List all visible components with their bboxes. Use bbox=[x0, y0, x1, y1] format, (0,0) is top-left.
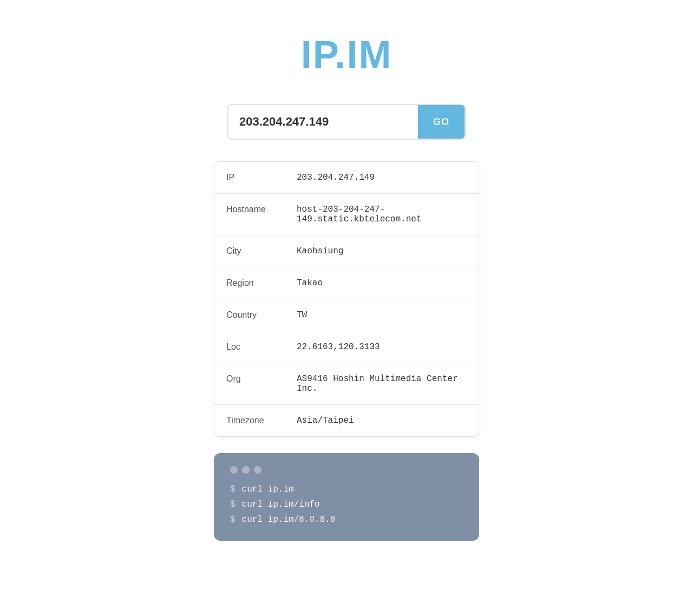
table-row: Hostnamehost-203-204-247-149.static.kbte… bbox=[214, 194, 479, 235]
row-label: IP bbox=[214, 162, 285, 193]
terminal-prompt: $ bbox=[230, 484, 236, 494]
row-label: Country bbox=[214, 299, 285, 331]
row-value: Kaohsiung bbox=[285, 235, 479, 267]
row-value: TW bbox=[285, 299, 479, 331]
terminal-prompt: $ bbox=[230, 500, 236, 509]
table-row: CountryTW bbox=[214, 299, 479, 331]
table-row: RegionTakao bbox=[214, 267, 479, 299]
terminal-dot-1 bbox=[230, 466, 238, 474]
terminal-line: $curl ip.im/info bbox=[230, 500, 463, 509]
table-row: CityKaohsiung bbox=[214, 235, 479, 267]
terminal-command: curl ip.im bbox=[242, 484, 294, 494]
row-value: AS9416 Hoshin Multimedia Center Inc. bbox=[285, 363, 479, 404]
site-logo: IP.IM bbox=[301, 32, 393, 77]
row-value: Takao bbox=[285, 267, 479, 299]
terminal-dots bbox=[230, 466, 463, 474]
row-value: 203.204.247.149 bbox=[285, 162, 479, 193]
terminal-dot-2 bbox=[242, 466, 250, 474]
terminal-line: $curl ip.im/8.8.8.8 bbox=[230, 515, 463, 525]
go-button[interactable]: GO bbox=[418, 105, 465, 139]
terminal-line: $curl ip.im bbox=[230, 484, 463, 494]
row-value: host-203-204-247-149.static.kbtelecom.ne… bbox=[285, 194, 479, 235]
terminal-command: curl ip.im/info bbox=[242, 500, 320, 509]
terminal-prompt: $ bbox=[230, 515, 236, 525]
table-row: TimezoneAsia/Taipei bbox=[214, 405, 479, 436]
row-label: Region bbox=[214, 267, 285, 299]
table-row: Loc22.6163,120.3133 bbox=[214, 331, 479, 363]
table-row: OrgAS9416 Hoshin Multimedia Center Inc. bbox=[214, 363, 479, 405]
info-table: IP203.204.247.149Hostnamehost-203-204-24… bbox=[214, 161, 479, 437]
terminal-block: $curl ip.im$curl ip.im/info$curl ip.im/8… bbox=[214, 453, 479, 541]
row-label: Org bbox=[214, 363, 285, 404]
table-row: IP203.204.247.149 bbox=[214, 162, 479, 194]
search-bar: GO bbox=[227, 104, 466, 140]
row-label: Loc bbox=[214, 331, 285, 363]
row-value: 22.6163,120.3133 bbox=[285, 331, 479, 363]
row-label: Hostname bbox=[214, 194, 285, 235]
terminal-dot-3 bbox=[254, 466, 261, 474]
row-label: Timezone bbox=[214, 405, 285, 436]
search-input[interactable] bbox=[228, 105, 418, 139]
terminal-command: curl ip.im/8.8.8.8 bbox=[242, 515, 336, 525]
row-label: City bbox=[214, 235, 285, 267]
row-value: Asia/Taipei bbox=[285, 405, 479, 436]
